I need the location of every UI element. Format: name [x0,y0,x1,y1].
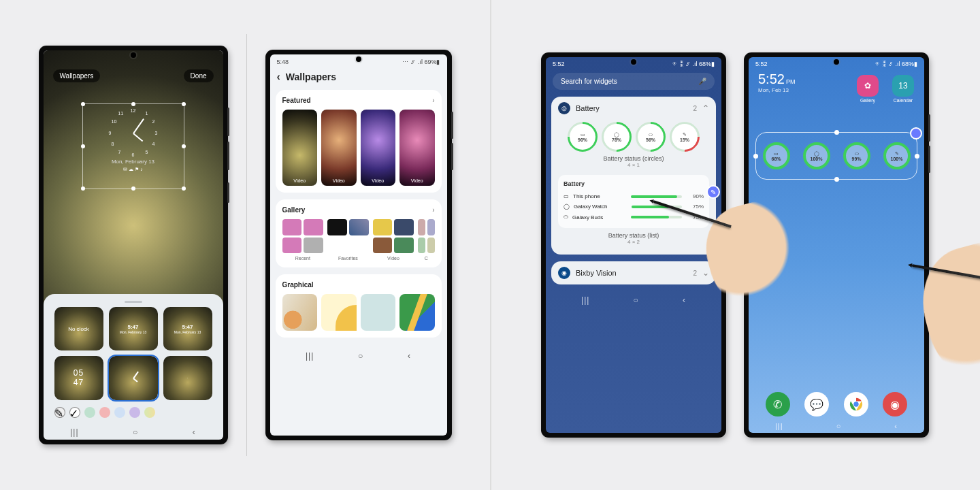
nav-recent-icon[interactable]: ||| [70,427,78,437]
widget-category-battery: ◎ Battery 2 ⌃ ✎ ▭90% ◯78% ⬭56% ✎15% Batt… [551,97,716,255]
gallery-category[interactable]: C [418,219,434,261]
clock-style-option-selected[interactable] [109,356,158,399]
gallery-category[interactable]: Favorites [327,219,369,261]
phone-wallpaper-picker: 5:48 ⋯ ⫽ .ıl 69%▮ ‹ Wallpapers Featured … [266,50,451,440]
chevron-right-icon[interactable]: › [432,206,434,214]
widget-name: Battery status (list) [558,232,709,239]
category-title: Bixby Vision [576,269,687,277]
clock-style-option[interactable]: 5:47Mon, February 13 [109,307,158,350]
nav-home-icon[interactable]: ○ [358,351,363,361]
nav-back-icon[interactable]: ‹ [894,422,898,430]
nav-back-icon[interactable]: ‹ [193,427,196,437]
status-time: 5:52 [755,61,768,67]
wallpaper-thumb[interactable] [399,294,435,331]
clock-style-option[interactable]: 0547 [54,356,103,399]
back-icon[interactable]: ‹ [277,71,280,83]
widget-name: Battery status (circles) [558,155,709,162]
widget-dimensions: 4 × 1 [558,162,709,168]
color-swatch[interactable]: ✎ [54,407,65,418]
chevron-up-icon[interactable]: ⌃ [702,103,709,113]
edit-badge-icon[interactable]: ✎ [706,185,720,199]
battery-category-icon: ◎ [558,102,570,114]
color-swatch[interactable] [84,407,95,418]
dock-chrome-icon[interactable] [844,392,868,416]
status-time: 5:52 [553,61,565,67]
done-button[interactable]: Done [184,69,214,82]
gallery-category[interactable]: Video [373,219,414,261]
color-swatch[interactable] [99,407,110,418]
nav-back-icon[interactable]: ‹ [408,351,411,361]
dock-phone-icon[interactable]: ✆ [766,392,790,416]
dock-messages-icon[interactable]: 💬 [804,392,829,416]
wallpaper-thumb[interactable] [321,294,357,331]
wallpaper-thumb[interactable]: Video [282,110,318,186]
battery-circles-widget-preview[interactable]: ▭90% ◯78% ⬭56% ✎15% [558,124,709,150]
status-time: 5:48 [277,59,289,65]
nav-home-icon[interactable]: ○ [133,427,138,437]
widget-dimensions: 4 × 2 [558,239,709,245]
wallpapers-button[interactable]: Wallpapers [53,69,101,82]
status-icons: ᯤ ⁑ ⫽ .ıl 68%▮ [875,61,917,67]
battery-circle: ▭68% [763,142,790,169]
clock-style-option[interactable]: 5:47Mon, February 13 [163,307,212,350]
phone-widget-picker: 5:52 ᯤ ⁑ ⫽ .ıl 68%▮ Search for widgets 🎤… [542,53,725,437]
color-swatch[interactable] [144,407,155,418]
phone-lockscreen-editor: Wallpapers Done 12 3 6 9 1 2 4 5 7 8 [39,46,227,444]
color-swatch-selected[interactable]: ✓ [69,407,80,418]
category-count: 2 [693,270,697,277]
clock-date: Mon, February 13 [83,159,184,165]
nav-back-icon[interactable]: ‹ [683,295,686,305]
wallpaper-thumb[interactable] [282,294,318,331]
calendar-icon: 13 [892,75,914,97]
color-swatch[interactable] [114,407,125,418]
chevron-right-icon[interactable]: › [432,97,434,104]
svg-point-1 [853,402,858,406]
color-swatch[interactable] [129,407,140,418]
chevron-down-icon[interactable]: ⌄ [702,268,709,278]
app-calendar[interactable]: 13 Calendar [889,75,917,103]
wallpaper-thumb[interactable]: Video [321,110,357,186]
widget-search-input[interactable]: Search for widgets 🎤 [553,73,715,90]
wallpaper-thumb[interactable]: Video [361,110,396,186]
battery-circle: ▭90% [570,124,595,150]
analog-clock-icon: 12 3 6 9 1 2 4 5 7 8 10 11 [109,108,158,157]
nav-home-icon[interactable]: ○ [634,295,639,305]
clock-style-option[interactable]: · [163,356,212,399]
widget-placement-frame[interactable]: ▭68% ◯100% ⬭99% ✎100% [755,132,917,180]
battery-list-widget-preview[interactable]: Battery ▭This phone90% ◯Galaxy Watch75% … [558,175,709,228]
widget-category-bixby[interactable]: ◉ Bixby Vision 2 ⌄ [551,261,716,284]
edit-badge-icon[interactable] [910,127,922,140]
section-title: Featured [282,97,311,104]
graphical-section: Graphical [276,274,442,338]
category-title: Battery [576,104,687,112]
nav-recent-icon[interactable]: ||| [306,351,314,361]
mic-icon[interactable]: 🎤 [698,78,706,85]
section-title: Gallery [282,206,306,214]
gallery-category[interactable]: Recent [282,219,324,261]
bixby-category-icon: ◉ [558,267,570,279]
nav-recent-icon[interactable]: ||| [581,295,589,305]
nav-home-icon[interactable]: ○ [836,422,842,430]
section-title: Graphical [282,281,314,289]
gallery-icon: ✿ [857,75,879,97]
nav-recent-icon[interactable]: ||| [775,422,783,430]
status-icons: ⋯ ⫽ .ıl 69%▮ [402,59,440,65]
search-placeholder: Search for widgets [561,78,617,85]
status-icons: ᯤ ⁑ ⫽ .ıl 68%▮ [672,61,715,67]
wallpaper-thumb[interactable]: Video [399,110,435,186]
dock-camera-icon[interactable]: ◉ [883,392,907,416]
page-title: Wallpapers [286,71,336,82]
clock-shortcut-icons: ✉ ☁ ⚑ ♪ [83,167,184,172]
clock-style-option[interactable]: No clock [54,307,103,350]
wallpaper-thumb[interactable] [361,294,396,331]
drag-handle-icon[interactable] [125,301,142,303]
app-gallery[interactable]: ✿ Gallery [853,75,882,103]
gallery-section: Gallery › Recent [276,199,442,267]
category-count: 2 [693,105,697,112]
left-panel: Wallpapers Done 12 3 6 9 1 2 4 5 7 8 [0,0,490,490]
featured-section: Featured › Video Video Video Video [276,90,442,193]
clock-widget-selection[interactable]: 12 3 6 9 1 2 4 5 7 8 10 11 Mon, February… [82,103,184,189]
clock-style-tray[interactable]: No clock 5:47Mon, February 13 5:47Mon, F… [44,294,223,440]
